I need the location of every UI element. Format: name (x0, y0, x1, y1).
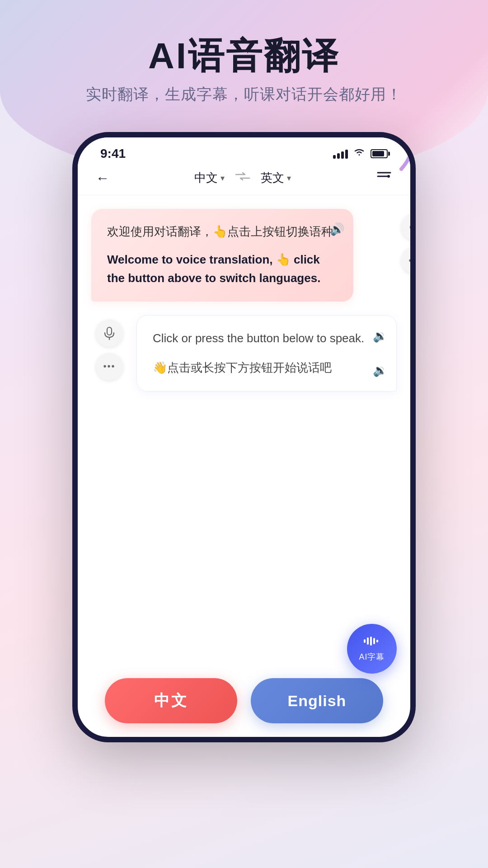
svg-rect-9 (370, 637, 372, 646)
deco-arc (374, 132, 416, 174)
status-bar: 9:41 (78, 137, 410, 165)
right-bubble-audio-top[interactable]: 🔉 (373, 329, 387, 343)
source-lang-label: 中文 (194, 170, 218, 186)
left-bubble-cn-text: 欢迎使用对话翻译，👆点击上按钮切换语种 (107, 222, 338, 241)
target-lang-arrow: ▾ (287, 173, 291, 183)
ai-caption-button[interactable]: AI字幕 (347, 624, 397, 674)
target-lang-btn[interactable]: 英文 ▾ (261, 170, 291, 186)
back-button[interactable]: ← (96, 170, 109, 186)
lang-selector: 中文 ▾ 英文 ▾ (194, 170, 291, 186)
wifi-icon (353, 148, 365, 160)
title-section: AI语音翻译 实时翻译，生成字幕，听课对话开会都好用！ (86, 36, 402, 105)
en-speak-button[interactable]: English (251, 678, 383, 723)
right-bubble: 🔉 Click or press the button below to spe… (136, 315, 397, 392)
bubble-left-wrapper: 🔊 欢迎使用对话翻译，👆点击上按钮切换语种 Welcome to voice t… (91, 209, 397, 302)
signal-icon (333, 149, 348, 159)
main-title: AI语音翻译 (86, 36, 402, 76)
svg-rect-8 (367, 637, 369, 645)
svg-rect-3 (413, 221, 416, 229)
status-time: 9:41 (100, 146, 126, 161)
svg-point-2 (387, 175, 390, 178)
source-lang-btn[interactable]: 中文 ▾ (194, 170, 225, 186)
right-bubble-cn-text: 👋点击或长按下方按钮开始说话吧 (153, 359, 380, 377)
right-bubble-actions: ••• (96, 320, 123, 380)
right-bubble-audio-bottom[interactable]: 🔉 (373, 363, 387, 377)
phone-mockup: 9:41 (72, 132, 416, 742)
swap-button[interactable] (234, 171, 252, 185)
left-bubble-audio-icon[interactable]: 🔊 (330, 222, 344, 236)
svg-rect-7 (364, 639, 366, 643)
ai-caption-waveform-icon (363, 635, 381, 650)
nav-bar: ← 中文 ▾ 英文 ▾ (78, 165, 410, 195)
target-lang-label: 英文 (261, 170, 284, 186)
ai-caption-label: AI字幕 (359, 651, 385, 662)
cn-speak-button[interactable]: 中文 (105, 678, 237, 723)
more-icon-btn[interactable]: ••• (401, 247, 416, 274)
svg-rect-5 (107, 327, 112, 335)
source-lang-arrow: ▾ (221, 173, 225, 183)
left-bubble: 🔊 欢迎使用对话翻译，👆点击上按钮切换语种 Welcome to voice t… (91, 209, 353, 302)
chat-area: 🔊 欢迎使用对话翻译，👆点击上按钮切换语种 Welcome to voice t… (78, 195, 410, 737)
mic-icon-btn-2[interactable] (96, 320, 123, 347)
bubble-right-wrapper: ••• 🔉 Click or press the button below to… (91, 315, 397, 392)
left-bubble-en-text: Welcome to voice translation, 👆 click th… (107, 250, 338, 288)
subtitle: 实时翻译，生成字幕，听课对话开会都好用！ (86, 84, 402, 105)
svg-rect-10 (373, 638, 375, 644)
right-bubble-en-text: Click or press the button below to speak… (153, 329, 380, 348)
bottom-buttons: 中文 English (78, 678, 410, 723)
more-icon-btn-2[interactable]: ••• (96, 353, 123, 380)
svg-rect-11 (376, 640, 378, 642)
left-bubble-actions: ••• (401, 213, 416, 274)
mic-icon-btn[interactable] (401, 213, 416, 241)
